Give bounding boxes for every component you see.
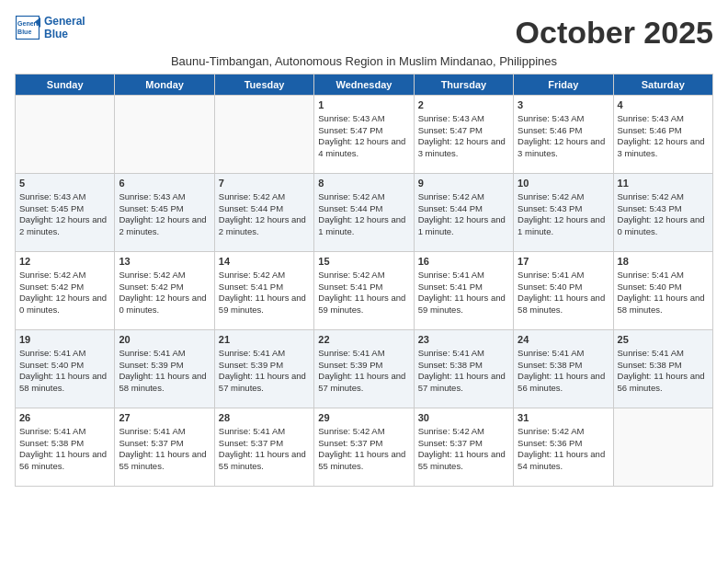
sunset-text: Sunset: 5:38 PM xyxy=(19,438,110,450)
sunset-text: Sunset: 5:36 PM xyxy=(518,438,609,450)
sunset-text: Sunset: 5:44 PM xyxy=(318,203,409,215)
calendar-week-row: 5Sunrise: 5:43 AMSunset: 5:45 PMDaylight… xyxy=(16,174,713,252)
calendar-day-cell xyxy=(613,408,712,487)
daylight-text: Daylight: 11 hours and 59 minutes. xyxy=(219,293,310,316)
day-number: 13 xyxy=(119,255,210,269)
sunrise-text: Sunrise: 5:43 AM xyxy=(119,191,210,203)
sunset-text: Sunset: 5:42 PM xyxy=(19,282,110,293)
day-number: 18 xyxy=(618,255,709,269)
daylight-text: Daylight: 12 hours and 3 minutes. xyxy=(618,136,709,160)
sunrise-text: Sunrise: 5:42 AM xyxy=(318,426,409,438)
sunset-text: Sunset: 5:37 PM xyxy=(119,438,210,450)
sunset-text: Sunset: 5:44 PM xyxy=(219,203,310,215)
daylight-text: Daylight: 11 hours and 55 minutes. xyxy=(119,449,210,473)
day-number: 27 xyxy=(119,411,210,425)
sunrise-text: Sunrise: 5:41 AM xyxy=(19,348,110,360)
calendar-day-cell: 24Sunrise: 5:41 AMSunset: 5:38 PMDayligh… xyxy=(514,330,613,408)
daylight-text: Daylight: 12 hours and 1 minute. xyxy=(318,214,409,238)
day-number: 25 xyxy=(618,333,709,347)
day-number: 3 xyxy=(518,98,609,112)
sunrise-text: Sunrise: 5:41 AM xyxy=(418,348,509,360)
day-number: 31 xyxy=(518,411,609,425)
sunset-text: Sunset: 5:40 PM xyxy=(518,282,609,293)
sunrise-text: Sunrise: 5:41 AM xyxy=(518,348,609,360)
sunrise-text: Sunrise: 5:42 AM xyxy=(418,426,509,438)
daylight-text: Daylight: 11 hours and 54 minutes. xyxy=(518,449,609,473)
daylight-text: Daylight: 11 hours and 56 minutes. xyxy=(518,371,609,395)
calendar-day-cell: 13Sunrise: 5:42 AMSunset: 5:42 PMDayligh… xyxy=(115,252,214,330)
day-number: 17 xyxy=(518,255,609,269)
daylight-text: Daylight: 12 hours and 0 minutes. xyxy=(618,214,709,238)
sunrise-text: Sunrise: 5:43 AM xyxy=(418,113,509,125)
calendar-day-cell: 10Sunrise: 5:42 AMSunset: 5:43 PMDayligh… xyxy=(514,174,613,252)
daylight-text: Daylight: 12 hours and 3 minutes. xyxy=(418,136,509,160)
calendar-day-cell: 22Sunrise: 5:41 AMSunset: 5:39 PMDayligh… xyxy=(314,330,414,408)
daylight-text: Daylight: 11 hours and 55 minutes. xyxy=(219,449,310,473)
sunset-text: Sunset: 5:38 PM xyxy=(518,360,609,372)
calendar-day-cell: 30Sunrise: 5:42 AMSunset: 5:37 PMDayligh… xyxy=(414,408,513,487)
sunrise-text: Sunrise: 5:42 AM xyxy=(318,191,409,203)
day-number: 19 xyxy=(19,333,110,347)
sunset-text: Sunset: 5:41 PM xyxy=(418,282,509,293)
calendar-day-cell: 8Sunrise: 5:42 AMSunset: 5:44 PMDaylight… xyxy=(314,174,414,252)
calendar-header-row: SundayMondayTuesdayWednesdayThursdayFrid… xyxy=(16,75,713,96)
calendar-subtitle: Baunu-Timbangan, Autonomous Region in Mu… xyxy=(15,54,713,68)
day-number: 14 xyxy=(219,255,310,269)
sunset-text: Sunset: 5:38 PM xyxy=(418,360,509,372)
svg-text:Blue: Blue xyxy=(17,29,31,35)
sunrise-text: Sunrise: 5:41 AM xyxy=(618,270,709,282)
calendar-day-cell: 9Sunrise: 5:42 AMSunset: 5:44 PMDaylight… xyxy=(414,174,513,252)
sunset-text: Sunset: 5:42 PM xyxy=(119,282,210,293)
calendar-day-cell: 6Sunrise: 5:43 AMSunset: 5:45 PMDaylight… xyxy=(115,174,214,252)
sunrise-text: Sunrise: 5:42 AM xyxy=(618,191,709,203)
calendar-header-friday: Friday xyxy=(514,75,613,96)
calendar-day-cell: 16Sunrise: 5:41 AMSunset: 5:41 PMDayligh… xyxy=(414,252,513,330)
sunrise-text: Sunrise: 5:41 AM xyxy=(518,270,609,282)
sunset-text: Sunset: 5:40 PM xyxy=(19,360,110,372)
month-title: October 2025 xyxy=(516,15,713,51)
daylight-text: Daylight: 11 hours and 58 minutes. xyxy=(518,293,609,316)
sunrise-text: Sunrise: 5:42 AM xyxy=(518,426,609,438)
day-number: 10 xyxy=(518,177,609,190)
calendar-day-cell: 21Sunrise: 5:41 AMSunset: 5:39 PMDayligh… xyxy=(214,330,313,408)
day-number: 21 xyxy=(219,333,310,347)
calendar-day-cell: 12Sunrise: 5:42 AMSunset: 5:42 PMDayligh… xyxy=(16,252,115,330)
day-number: 23 xyxy=(418,333,509,347)
day-number: 16 xyxy=(418,255,509,269)
sunrise-text: Sunrise: 5:41 AM xyxy=(219,348,310,360)
day-number: 9 xyxy=(418,177,509,190)
daylight-text: Daylight: 11 hours and 57 minutes. xyxy=(219,371,310,395)
sunset-text: Sunset: 5:41 PM xyxy=(219,282,310,293)
sunset-text: Sunset: 5:46 PM xyxy=(518,125,609,137)
calendar-day-cell: 14Sunrise: 5:42 AMSunset: 5:41 PMDayligh… xyxy=(214,252,313,330)
day-number: 12 xyxy=(19,255,110,269)
calendar-day-cell: 2Sunrise: 5:43 AMSunset: 5:47 PMDaylight… xyxy=(414,96,513,174)
calendar-day-cell: 26Sunrise: 5:41 AMSunset: 5:38 PMDayligh… xyxy=(16,408,115,487)
calendar-day-cell xyxy=(16,96,115,174)
sunset-text: Sunset: 5:41 PM xyxy=(318,282,409,293)
sunrise-text: Sunrise: 5:41 AM xyxy=(318,348,409,360)
calendar-day-cell: 25Sunrise: 5:41 AMSunset: 5:38 PMDayligh… xyxy=(613,330,712,408)
calendar-day-cell: 29Sunrise: 5:42 AMSunset: 5:37 PMDayligh… xyxy=(314,408,414,487)
sunset-text: Sunset: 5:39 PM xyxy=(318,360,409,372)
calendar-day-cell: 4Sunrise: 5:43 AMSunset: 5:46 PMDaylight… xyxy=(613,96,712,174)
sunrise-text: Sunrise: 5:42 AM xyxy=(219,191,310,203)
svg-rect-1 xyxy=(17,17,40,40)
sunset-text: Sunset: 5:37 PM xyxy=(418,438,509,450)
calendar-week-row: 12Sunrise: 5:42 AMSunset: 5:42 PMDayligh… xyxy=(16,252,713,330)
day-number: 24 xyxy=(518,333,609,347)
calendar-day-cell: 31Sunrise: 5:42 AMSunset: 5:36 PMDayligh… xyxy=(514,408,613,487)
sunset-text: Sunset: 5:47 PM xyxy=(418,125,509,137)
logo-line1: General xyxy=(44,15,85,28)
daylight-text: Daylight: 11 hours and 56 minutes. xyxy=(19,449,110,473)
calendar-day-cell: 27Sunrise: 5:41 AMSunset: 5:37 PMDayligh… xyxy=(115,408,214,487)
sunset-text: Sunset: 5:43 PM xyxy=(518,203,609,215)
sunrise-text: Sunrise: 5:43 AM xyxy=(618,113,709,125)
daylight-text: Daylight: 11 hours and 59 minutes. xyxy=(318,293,409,316)
calendar-day-cell: 1Sunrise: 5:43 AMSunset: 5:47 PMDaylight… xyxy=(314,96,414,174)
sunset-text: Sunset: 5:47 PM xyxy=(318,125,409,137)
sunrise-text: Sunrise: 5:43 AM xyxy=(318,113,409,125)
day-number: 30 xyxy=(418,411,509,425)
sunrise-text: Sunrise: 5:41 AM xyxy=(618,348,709,360)
calendar-day-cell: 19Sunrise: 5:41 AMSunset: 5:40 PMDayligh… xyxy=(16,330,115,408)
